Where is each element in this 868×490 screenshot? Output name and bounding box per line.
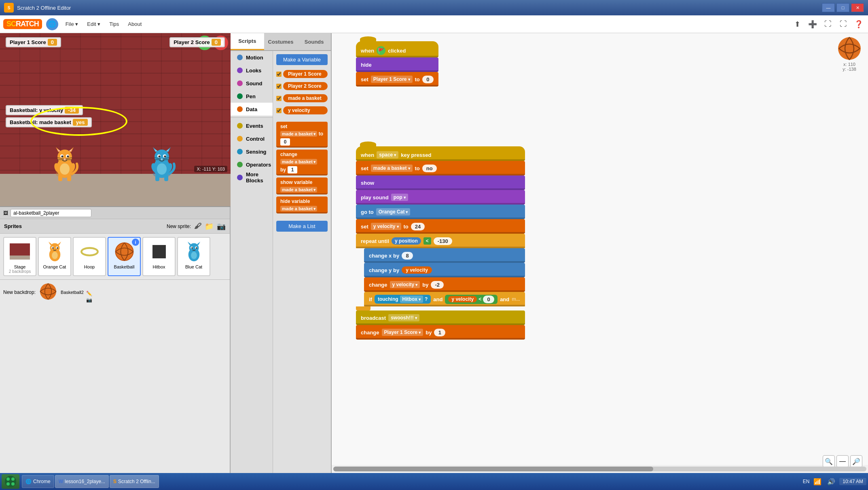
x-value[interactable]: 8 (402, 252, 413, 260)
cat-events[interactable]: Events (231, 119, 273, 132)
upload-icon[interactable]: ⬆ (791, 18, 803, 30)
change-value-input[interactable]: 1 (288, 166, 297, 173)
change-yvel-block[interactable]: change y velocity by -2 (364, 277, 525, 292)
y-position-block[interactable]: y position (392, 237, 421, 245)
change-x-block[interactable]: change x by 8 (364, 248, 525, 263)
touching-dropdown[interactable]: Hitbox (400, 296, 423, 303)
set-p1-value[interactable]: 0 (422, 76, 434, 83)
info-badge[interactable]: i (132, 239, 139, 246)
p1-score-dropdown[interactable]: Player 1 Score (382, 329, 423, 336)
zoom-out-button[interactable]: 🔍 (823, 455, 835, 467)
hide-block[interactable]: hide (356, 57, 438, 72)
set-p1-dropdown[interactable]: Player 1 Score (371, 76, 413, 83)
sound-dropdown[interactable]: pop (391, 194, 408, 201)
basket-var-dropdown[interactable]: made a basket (371, 165, 413, 172)
var-block-made-basket[interactable]: made a basket (283, 94, 328, 102)
var-checkbox-basket[interactable] (276, 96, 282, 101)
start-button[interactable] (2, 474, 19, 489)
show-var-dropdown[interactable]: made a basket (280, 187, 317, 192)
y-vel-compare-block[interactable]: y velocity < 0 (445, 295, 498, 304)
show-variable-block[interactable]: show variable made a basket (276, 177, 328, 194)
menu-file[interactable]: File ▾ (61, 19, 83, 29)
basket-to-value[interactable]: no (422, 165, 437, 172)
yvel-var-dropdown[interactable]: y velocity (371, 223, 401, 230)
cat-data[interactable]: Data (231, 103, 273, 116)
var-checkbox-yvel[interactable] (276, 108, 282, 113)
stage-name-input[interactable] (11, 209, 91, 217)
camera-sprite-button[interactable]: 📷 (217, 222, 226, 231)
when-clicked-block[interactable]: when 🚩 clicked (356, 41, 438, 57)
when-space-block[interactable]: when space key pressed (356, 146, 525, 161)
set-yvel-block[interactable]: set y velocity to 24 (356, 219, 525, 234)
language-button[interactable]: 🌐 (46, 18, 58, 30)
cat-pen[interactable]: Pen (231, 90, 273, 103)
position-value[interactable]: -130 (434, 237, 452, 245)
make-variable-button[interactable]: Make a Variable (276, 54, 328, 65)
fit-screen-icon[interactable]: ⛶ (822, 18, 834, 30)
volume-icon[interactable]: 🔊 (826, 476, 837, 487)
cat-operators[interactable]: Operators (231, 158, 273, 171)
sprite-item-basketball[interactable]: i Basketball (108, 237, 141, 276)
show-block[interactable]: show (356, 175, 525, 190)
set-basket-block[interactable]: set made a basket to no (356, 161, 525, 175)
cat-looks[interactable]: Looks (231, 64, 273, 77)
touching-block[interactable]: touching Hitbox ? (375, 295, 431, 304)
repeat-until-block[interactable]: repeat until y position < -130 (356, 234, 525, 248)
minimize-button[interactable]: — (822, 3, 835, 12)
backdrop-item-basketball2[interactable] (38, 281, 58, 303)
cat-control[interactable]: Control (231, 132, 273, 145)
scrollbar-thumb[interactable] (333, 467, 653, 471)
fullscreen-icon[interactable]: ⛶ (837, 18, 849, 30)
sprite-item-orange-cat[interactable]: Orange Cat (38, 237, 71, 276)
close-button[interactable]: ✕ (851, 3, 864, 12)
hide-variable-block[interactable]: hide variable made a basket (276, 196, 328, 213)
camera-icon[interactable]: 📷 (86, 297, 92, 303)
menu-tips[interactable]: Tips (105, 19, 123, 29)
taskbar-scratch[interactable]: S Scratch 2 Offlin... (110, 475, 159, 488)
goto-block[interactable]: go to Orange Cat (356, 205, 525, 219)
stage-sprite-item[interactable]: Stage 2 backdrops (3, 237, 36, 276)
set-value-input[interactable]: 0 (280, 138, 290, 146)
set-var-dropdown[interactable]: made a basket (280, 131, 317, 137)
cat-sensing[interactable]: Sensing (231, 145, 273, 158)
cat-sound[interactable]: Sound (231, 77, 273, 90)
edit-icon[interactable]: ✏️ (86, 291, 92, 296)
sprite-item-hitbox[interactable]: Hitbox (142, 237, 176, 276)
zoom-in-button[interactable]: 🔎 (850, 455, 862, 467)
zoom-reset-button[interactable]: — (836, 455, 849, 467)
yvel-var-block[interactable]: y velocity (402, 266, 432, 274)
score-by-value[interactable]: 1 (434, 329, 445, 336)
change-block[interactable]: change made a basket by 1 (276, 150, 328, 175)
sprite-item-hoop[interactable]: Hoop (73, 237, 106, 276)
horizontal-scrollbar[interactable] (333, 467, 866, 471)
change-p1-score-block[interactable]: change Player 1 Score by 1 (356, 325, 525, 340)
play-sound-block[interactable]: play sound pop (356, 190, 525, 205)
add-icon[interactable]: ➕ (807, 18, 819, 30)
broadcast-block[interactable]: broadcast swoosh!!! (356, 310, 525, 325)
var-checkbox-p2[interactable] (276, 84, 282, 89)
yvel-change-value[interactable]: -2 (431, 281, 444, 289)
less-than-block[interactable]: < (423, 237, 431, 245)
tab-costumes[interactable]: Costumes (264, 33, 298, 50)
key-dropdown[interactable]: space (377, 151, 398, 158)
network-icon[interactable]: 📶 (812, 476, 823, 487)
change-var-dropdown[interactable]: made a basket (280, 159, 317, 165)
var-block-player2-score[interactable]: Player 2 Score (283, 82, 328, 90)
if-block[interactable]: if touching Hitbox ? and y velocity < (364, 292, 525, 306)
set-player1-block[interactable]: set Player 1 Score to 0 (356, 72, 438, 87)
hide-var-dropdown[interactable]: made a basket (280, 206, 317, 211)
upload-sprite-button[interactable]: 📁 (205, 222, 214, 231)
tab-sounds[interactable]: Sounds (297, 33, 331, 50)
menu-about[interactable]: About (124, 19, 146, 29)
script-area[interactable]: when 🚩 clicked hide set Player 1 Score t… (332, 33, 868, 465)
change-y-block[interactable]: change y by y velocity (364, 263, 525, 277)
yvel-change-dropdown[interactable]: y velocity (390, 281, 420, 288)
set-block[interactable]: set made a basket to 0 (276, 122, 328, 148)
taskbar-chrome[interactable]: 🌐 Chrome (22, 475, 54, 488)
var-block-y-velocity[interactable]: y velocity (283, 106, 328, 114)
broadcast-dropdown[interactable]: swoosh!!! (388, 314, 419, 321)
cat-motion[interactable]: Motion (231, 51, 273, 64)
yvel-value[interactable]: 24 (411, 223, 425, 230)
sprite-item-blue-cat[interactable]: Blue Cat (177, 237, 210, 276)
tab-scripts[interactable]: Scripts (231, 33, 264, 50)
